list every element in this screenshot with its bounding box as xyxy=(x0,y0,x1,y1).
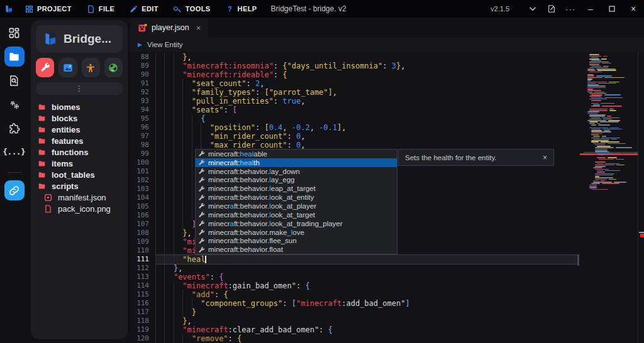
activity-item-settings[interactable] xyxy=(4,94,25,114)
tree-item-blocks[interactable]: blocks xyxy=(37,112,123,124)
chevron-down-icon[interactable] xyxy=(523,0,542,18)
suggestion-minecraft-healable[interactable]: minecraft:healable xyxy=(196,150,397,158)
suggestion-minecraft-behavior-look_at_target[interactable]: minecraft:behavior.look_at_target xyxy=(196,210,397,219)
code-line-118[interactable]: 118 }, xyxy=(130,317,579,325)
suggestion-label: minecraft:behavior.make_love xyxy=(208,229,304,236)
suggestion-minecraft-behavior-look_at_player[interactable]: minecraft:behavior.look_at_player xyxy=(196,202,397,210)
code-line-93[interactable]: 93 "pull_in_entities": true, xyxy=(130,97,579,106)
indent-guide xyxy=(182,185,183,193)
activity-item-extensions[interactable] xyxy=(4,118,25,138)
code-line-119[interactable]: 119 "minecraft:clear_add_bad_omen": { xyxy=(130,325,579,334)
suggestion-minecraft-behavior-float[interactable]: minecraft:behavior.float xyxy=(196,245,397,254)
puzzle-icon xyxy=(8,122,20,134)
tree-item-entities[interactable]: entities xyxy=(37,124,123,135)
code-line-97[interactable]: 97 "min_rider_count": 0, xyxy=(130,132,579,141)
minimap-mark xyxy=(599,159,614,160)
code-line-115[interactable]: 115 "add": { xyxy=(130,290,579,299)
indent-guide xyxy=(182,97,183,106)
editor-scrollbar[interactable] xyxy=(577,254,579,266)
suggestion-minecraft-health[interactable]: minecraft:health xyxy=(196,158,397,167)
tree-item-biomes[interactable]: biomes xyxy=(37,101,123,112)
behavior-pack-button[interactable] xyxy=(36,58,54,77)
more-options-button[interactable]: ⋮ xyxy=(36,82,123,95)
code-line-98[interactable]: 98 "max_rider_count": 0, xyxy=(130,141,579,150)
code-line-112[interactable]: 112 }, xyxy=(130,264,579,273)
suggestion-minecraft-behavior-look_at_trading_player[interactable]: minecraft:behavior.look_at_trading_playe… xyxy=(196,219,397,228)
suggestion-minecraft-behavior-lay_egg[interactable]: minecraft:behavior.lay_egg xyxy=(196,176,397,185)
menu-tools[interactable]: TOOLS xyxy=(166,0,218,18)
indent-guide xyxy=(174,202,174,211)
project-header[interactable]: Bridge... xyxy=(36,25,123,53)
minimize-button[interactable]: – xyxy=(580,0,601,18)
code-line-91[interactable]: 91 "seat_count": 2, xyxy=(130,79,579,88)
minimap-mark xyxy=(597,70,616,71)
tab-player-json[interactable]: player.json × xyxy=(130,18,208,38)
tree-item-features[interactable]: features xyxy=(37,135,123,146)
code-line-114[interactable]: 114 "minecraft:gain_bad_omen": { xyxy=(130,281,579,290)
maximize-button[interactable] xyxy=(601,0,623,18)
code-line-113[interactable]: 113 "events": { xyxy=(130,273,579,281)
indent-guide xyxy=(174,211,174,220)
minimap-mark xyxy=(587,89,593,90)
code-editor[interactable]: 88 },89 "minecraft:insomnia": {"days_unt… xyxy=(130,52,644,343)
indent-guide xyxy=(155,334,156,343)
tooltip-close-icon[interactable]: × xyxy=(543,153,547,162)
tree-item-manifest-json[interactable]: manifest.json xyxy=(37,192,123,203)
indent-guide xyxy=(155,141,156,150)
indent-guide xyxy=(174,246,174,255)
suggestion-minecraft-behavior-lay_down[interactable]: minecraft:behavior.lay_down xyxy=(196,167,397,176)
minimap-mark xyxy=(602,129,622,130)
activity-item-dashboard[interactable] xyxy=(4,23,25,43)
code-line-96[interactable]: 96 "position": [0.4, -0.2, -0.1], xyxy=(130,123,579,132)
minimap-mark xyxy=(591,100,601,101)
activity-item-files[interactable] xyxy=(4,46,25,67)
code-line-117[interactable]: 117 } xyxy=(130,308,579,317)
minimap-mark xyxy=(591,97,602,99)
menu-help[interactable]: ?HELP xyxy=(218,0,265,18)
tree-item-scripts[interactable]: scripts xyxy=(37,180,123,192)
world-button[interactable] xyxy=(104,58,123,77)
indent-guide xyxy=(164,132,165,141)
indent-guide xyxy=(164,237,165,246)
more-horizontal-icon[interactable]: ··· xyxy=(561,0,580,18)
tree-item-pack_icon-png[interactable]: pack_icon.png xyxy=(37,203,123,214)
code-line-92[interactable]: 92 "family_types": ["parrot_tame"], xyxy=(130,88,579,97)
code-line-95[interactable]: 95 { xyxy=(130,114,579,123)
window-title: BridgeTest - bridge. v2 xyxy=(271,4,347,13)
tree-item-items[interactable]: items xyxy=(37,158,123,169)
activity-item-search[interactable] xyxy=(4,70,25,90)
view-entity-bar[interactable]: ▶ View Entity xyxy=(130,38,644,52)
suggestion-minecraft-behavior-make_love[interactable]: minecraft:behavior.make_love xyxy=(196,228,397,237)
bridge-logo-icon xyxy=(42,31,58,47)
tab-close-icon[interactable]: × xyxy=(196,23,201,33)
code-line-88[interactable]: 88 }, xyxy=(130,53,579,62)
code-line-111[interactable]: 111 "heal xyxy=(130,255,579,264)
code-line-120[interactable]: 120 "remove": { xyxy=(130,334,579,343)
suggestion-minecraft-behavior-flee_sun[interactable]: minecraft:behavior.flee_sun xyxy=(196,236,397,245)
tree-item-label: manifest.json xyxy=(58,193,106,202)
minimap-mark xyxy=(591,134,599,136)
code-line-94[interactable]: 94 "seats": [ xyxy=(130,106,579,114)
indent-guide xyxy=(174,220,174,229)
minimap[interactable] xyxy=(584,52,638,343)
resource-pack-button[interactable] xyxy=(58,58,77,77)
menu-project[interactable]: PROJECT xyxy=(18,0,79,18)
compose-icon[interactable] xyxy=(542,0,561,18)
indent-guide xyxy=(164,229,165,237)
code-line-89[interactable]: 89 "minecraft:insomnia": {"days_until_in… xyxy=(130,62,579,70)
code-line-90[interactable]: 90 "minecraft:rideable": { xyxy=(130,70,579,79)
activity-item-snippets[interactable]: {...} xyxy=(4,142,25,162)
suggestion-minecraft-behavior-leap_at_target[interactable]: minecraft:behavior.leap_at_target xyxy=(196,184,397,193)
property-icon xyxy=(198,229,205,236)
close-window-button[interactable]: × xyxy=(623,0,644,18)
tree-item-loot_tables[interactable]: loot_tables xyxy=(37,169,123,180)
menu-file[interactable]: FILE xyxy=(79,0,122,18)
menu-edit[interactable]: EDIT xyxy=(122,0,166,18)
activity-item-connect[interactable] xyxy=(4,180,25,200)
indent-guide xyxy=(164,106,165,114)
suggestion-minecraft-behavior-look_at_entity[interactable]: minecraft:behavior.look_at_entity xyxy=(196,193,397,202)
skin-pack-button[interactable] xyxy=(82,58,100,77)
code-line-116[interactable]: 116 "component_groups": ["minecraft:add_… xyxy=(130,299,579,308)
minimap-mark xyxy=(591,129,601,130)
tree-item-functions[interactable]: functions xyxy=(37,146,123,158)
